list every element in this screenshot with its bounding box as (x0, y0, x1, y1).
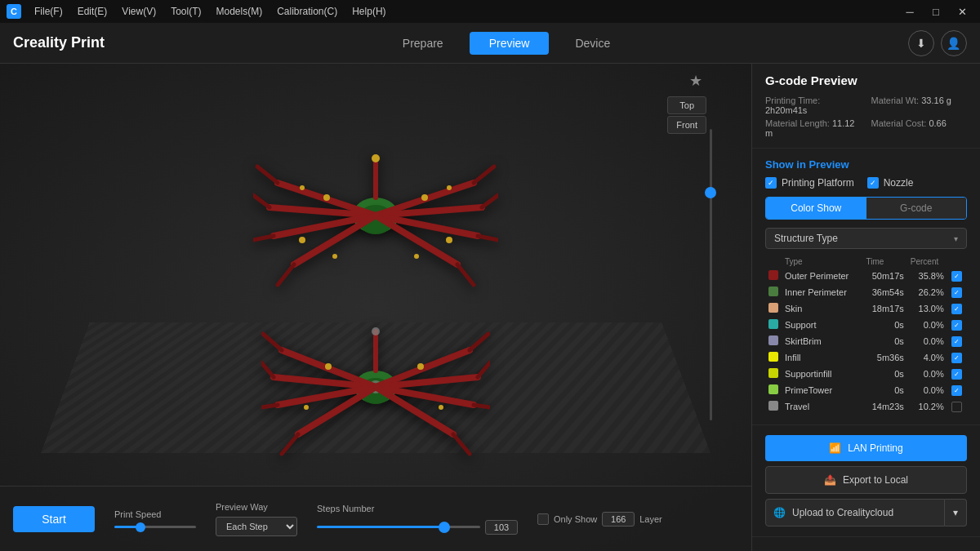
svg-point-51 (439, 405, 443, 410)
export-to-local-button[interactable]: 📤 Export to Local (765, 466, 967, 494)
svg-line-17 (457, 264, 474, 285)
svg-line-10 (257, 167, 278, 183)
menu-models[interactable]: Models(M) (210, 4, 270, 19)
printing-platform-checkbox[interactable]: ✓ (765, 177, 777, 189)
print-speed-slider[interactable] (114, 526, 196, 528)
type-time: 0s (862, 333, 906, 349)
menu-tool[interactable]: Tool(T) (164, 4, 207, 19)
layer-value-input[interactable] (602, 512, 635, 527)
upload-cloud-arrow-button[interactable]: ▾ (945, 499, 967, 527)
type-name: Inner Perimeter (782, 284, 862, 300)
upload-cloud-button[interactable]: 🌐 Upload to Crealitycloud (765, 499, 945, 527)
menu-calibration[interactable]: Calibration(C) (270, 4, 344, 19)
type-percent: 35.8% (907, 268, 947, 284)
print-speed-label: Print Speed (114, 509, 196, 519)
type-percent: 13.0% (907, 300, 947, 317)
type-checkbox[interactable]: ✓ (951, 385, 962, 396)
menu-view[interactable]: View(V) (115, 4, 163, 19)
view-front-button[interactable]: Front (667, 116, 706, 134)
printing-platform-label: Printing Platform (782, 177, 854, 189)
color-swatch (765, 398, 782, 415)
minimize-button[interactable]: ─ (898, 3, 921, 20)
type-checkbox[interactable]: ✓ (951, 336, 962, 347)
show-in-preview-section: Show in Preview ✓ Printing Platform ✓ No… (752, 149, 980, 425)
material-length-item: Material Length: 11.12 m (765, 118, 862, 138)
menu-file[interactable]: File(F) (28, 4, 69, 19)
titlebar-left: C File(F) Edit(E) View(V) Tool(T) Models… (7, 4, 393, 19)
gcode-button[interactable]: G-code (866, 198, 967, 219)
only-show-label: Only Show (554, 514, 597, 524)
svg-point-49 (417, 363, 424, 370)
color-show-button[interactable]: Color Show (766, 198, 866, 219)
table-row: Inner Perimeter 36m54s 26.2% ✓ (765, 284, 967, 300)
svg-point-18 (323, 194, 330, 201)
header-right: ⬇ 👤 (908, 30, 967, 56)
type-percent: 0.0% (907, 317, 947, 333)
steps-number-value[interactable] (485, 520, 518, 535)
svg-point-23 (332, 254, 337, 259)
export-to-local-label: Export to Local (843, 474, 908, 486)
svg-point-22 (299, 237, 305, 243)
svg-line-42 (261, 405, 278, 407)
print-speed-slider-row (114, 526, 196, 528)
color-swatch (765, 333, 782, 349)
layer-slider-thumb[interactable] (705, 187, 716, 198)
start-button[interactable]: Start (13, 506, 95, 532)
type-name: Skin (782, 300, 862, 317)
col-time-header: Time (862, 256, 906, 268)
cloud-icon: 🌐 (773, 507, 786, 518)
star-icon[interactable]: ★ (689, 72, 702, 90)
table-row: Travel 14m23s 10.2% (765, 398, 967, 415)
structure-type-dropdown[interactable]: Structure Type ▾ (765, 228, 967, 249)
titlebar: C File(F) Edit(E) View(V) Tool(T) Models… (0, 0, 980, 23)
type-checkbox[interactable]: ✓ (951, 320, 962, 331)
lan-printing-button[interactable]: 📶 LAN Printing (765, 435, 967, 461)
type-checkbox[interactable]: ✓ (951, 287, 962, 298)
svg-point-20 (421, 194, 428, 201)
tab-prepare[interactable]: Prepare (383, 32, 463, 55)
table-row: SkirtBrim 0s 0.0% ✓ (765, 333, 967, 349)
table-row: Outer Perimeter 50m17s 35.8% ✓ (765, 268, 967, 284)
profile-button[interactable]: 👤 (941, 30, 967, 56)
menu-help[interactable]: Help(H) (345, 4, 392, 19)
layer-slider-vertical[interactable] (704, 129, 717, 420)
type-percent: 4.0% (907, 349, 947, 366)
type-name: Outer Perimeter (782, 268, 862, 284)
close-button[interactable]: ✕ (951, 3, 973, 20)
steps-number-slider[interactable] (317, 526, 480, 528)
type-name: Infill (782, 349, 862, 366)
type-time: 0s (862, 366, 906, 382)
model-area (82, 129, 670, 469)
gcode-preview-section: G-code Preview Printing Time: 2h20m41s M… (752, 64, 980, 149)
table-row: Supportinfill 0s 0.0% ✓ (765, 366, 967, 382)
type-checkbox[interactable]: ✓ (951, 271, 962, 282)
type-checkbox[interactable] (951, 402, 962, 412)
menu-edit[interactable]: Edit(E) (71, 4, 114, 19)
tab-device[interactable]: Device (555, 32, 630, 55)
type-percent: 0.0% (907, 366, 947, 382)
type-checkbox[interactable]: ✓ (951, 353, 962, 363)
steps-number-group: Steps Number (317, 504, 518, 535)
download-button[interactable]: ⬇ (908, 30, 934, 56)
preview-way-select[interactable]: Each Step (216, 517, 297, 536)
type-checkbox[interactable]: ✓ (951, 369, 962, 380)
color-swatch (765, 349, 782, 366)
titlebar-controls: ─ □ ✕ (898, 3, 973, 20)
nozzle-label: Nozzle (884, 177, 914, 189)
structure-type-table: Type Time Percent Outer Perimeter 50m17s… (765, 256, 967, 415)
nozzle-checkbox-item[interactable]: ✓ Nozzle (867, 177, 914, 189)
printing-platform-checkbox-item[interactable]: ✓ Printing Platform (765, 177, 854, 189)
type-checkbox[interactable]: ✓ (951, 304, 962, 314)
only-show-checkbox[interactable] (537, 513, 549, 525)
maximize-button[interactable]: □ (924, 3, 947, 20)
only-show-row: Only Show Layer (537, 512, 662, 527)
tab-preview[interactable]: Preview (470, 32, 550, 55)
steps-slider-row (317, 520, 518, 535)
export-icon: 📤 (824, 474, 836, 486)
svg-line-11 (253, 195, 270, 207)
type-percent: 0.0% (907, 382, 947, 398)
nozzle-checkbox[interactable]: ✓ (867, 177, 879, 189)
svg-point-24 (446, 237, 452, 243)
view-top-button[interactable]: Top (667, 96, 706, 114)
color-swatch (765, 284, 782, 300)
